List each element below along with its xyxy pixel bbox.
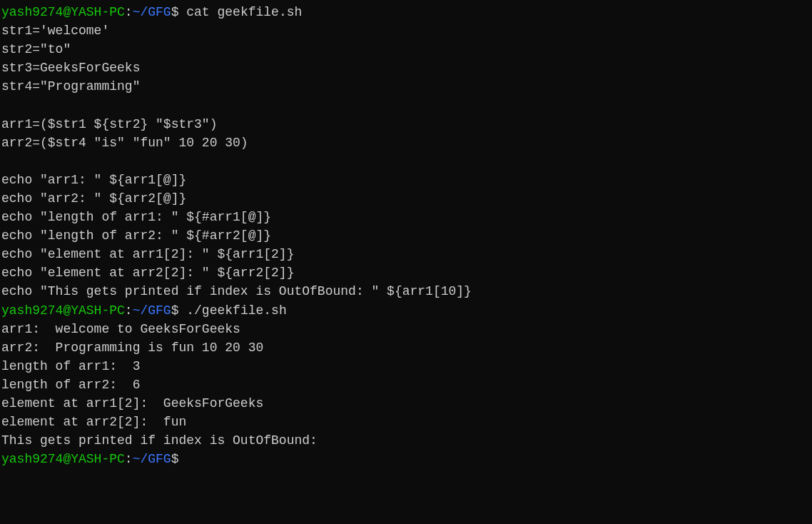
prompt-dollar: $ <box>171 303 187 318</box>
file-line: echo "element at arr1[2]: " ${arr1[2]} <box>1 245 811 263</box>
output-line: arr1: welcome to GeeksForGeeks <box>1 320 811 338</box>
prompt-path: ~/GFG <box>133 303 171 318</box>
file-line: echo "arr1: " ${arr1[@]} <box>1 171 811 189</box>
prompt-user: yash9274@YASH-PC <box>1 303 125 318</box>
file-line: str1='welcome' <box>1 21 811 40</box>
file-line-blank <box>1 96 811 114</box>
prompt-line-3[interactable]: yash9274@YASH-PC:~/GFG$ <box>1 450 811 468</box>
file-line: echo "length of arr1: " ${#arr1[@]} <box>1 208 811 226</box>
prompt-path: ~/GFG <box>133 452 171 466</box>
prompt-colon: : <box>125 5 133 19</box>
file-line-blank <box>1 152 811 171</box>
prompt-line-2[interactable]: yash9274@YASH-PC:~/GFG$ ./geekfile.sh <box>1 301 811 320</box>
file-line: str3=GeeksForGeeks <box>1 59 811 77</box>
output-line: This gets printed if index is OutOfBound… <box>1 431 811 450</box>
prompt-path: ~/GFG <box>133 5 171 19</box>
output-line: element at arr2[2]: fun <box>1 413 811 431</box>
prompt-user: yash9274@YASH-PC <box>1 5 125 19</box>
prompt-colon: : <box>125 452 133 466</box>
file-line: echo "length of arr2: " ${#arr2[@]} <box>1 226 811 245</box>
prompt-dollar: $ <box>171 452 179 466</box>
output-line: element at arr1[2]: GeeksForGeeks <box>1 394 811 413</box>
output-line: arr2: Programming is fun 10 20 30 <box>1 338 811 357</box>
file-line: arr1=($str1 ${str2} "$str3") <box>1 115 811 133</box>
file-line: arr2=($str4 "is" "fun" 10 20 30) <box>1 133 811 152</box>
output-line: length of arr1: 3 <box>1 357 811 376</box>
output-line: length of arr2: 6 <box>1 376 811 394</box>
file-line: echo "This gets printed if index is OutO… <box>1 282 811 301</box>
prompt-colon: : <box>125 303 133 318</box>
prompt-dollar: $ <box>171 5 187 19</box>
command-run: ./geekfile.sh <box>186 303 286 318</box>
file-line: echo "element at arr2[2]: " ${arr2[2]} <box>1 263 811 282</box>
file-line: str2="to" <box>1 40 811 59</box>
prompt-line-1[interactable]: yash9274@YASH-PC:~/GFG$ cat geekfile.sh <box>1 3 811 21</box>
command-cat: cat geekfile.sh <box>186 5 302 19</box>
file-line: str4="Programming" <box>1 77 811 96</box>
prompt-user: yash9274@YASH-PC <box>1 452 125 466</box>
file-line: echo "arr2: " ${arr2[@]} <box>1 189 811 208</box>
